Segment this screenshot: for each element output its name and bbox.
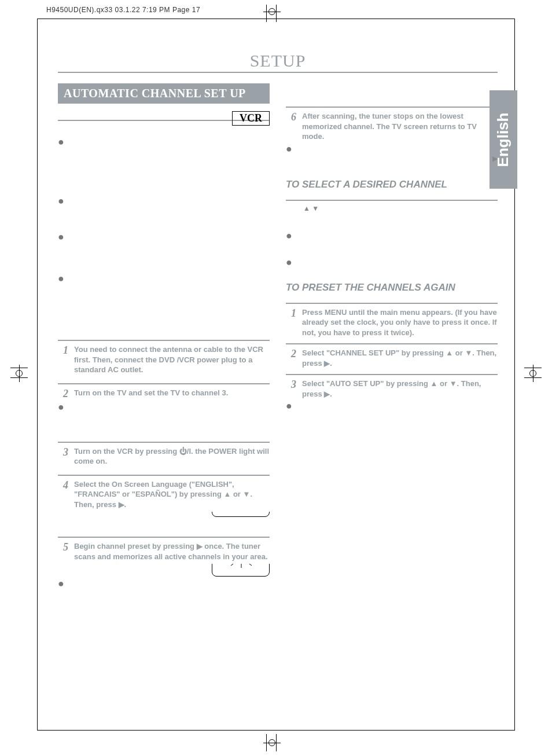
step-number: 2 [58, 388, 68, 400]
vcr-box: VCR [232, 111, 270, 126]
subheading-select-channel: TO SELECT A DESIRED CHANNEL [286, 179, 498, 190]
step-number: 3 [58, 446, 68, 467]
step-number: 6 [286, 111, 296, 142]
right-column: 6 After scanning, the tuner stops on the… [286, 83, 498, 587]
step-number: 4 [58, 479, 68, 510]
language-menu-box: LANGUAGE SELECT ▶ENGLISH[ON] FRANCAIS ES… [58, 512, 270, 517]
play-arrow-icon: ▶ [286, 155, 498, 163]
step-number: 5 [58, 541, 68, 562]
svg-line-4 [231, 564, 235, 566]
step-body: Select "AUTO SET UP" by pressing ▲ or ▼.… [302, 379, 498, 399]
crop-mark-right [524, 368, 542, 378]
step-body: Select "CHANNEL SET UP" by pressing ▲ or… [302, 348, 498, 368]
print-header: H9450UD(EN).qx33 03.1.22 7:19 PM Page 17 [46, 6, 200, 14]
bullet-dot: ● [58, 275, 64, 282]
sub-bullet: ● [286, 145, 498, 152]
step-number: 3 [286, 379, 296, 399]
sub-bullet: ● [286, 259, 498, 266]
step-1: 1 You need to connect the antenna or cab… [58, 344, 270, 375]
step-number: 2 [286, 348, 296, 368]
rule [286, 200, 498, 201]
crop-mark-left [10, 368, 28, 378]
rule [58, 475, 270, 476]
step-body: Select the On Screen Language ("ENGLISH"… [74, 479, 270, 510]
page-title: SETUP [58, 51, 498, 73]
step-body: Press MENU until the main menu appears. … [302, 307, 498, 338]
subheading-preset-again: TO PRESET THE CHANNELS AGAIN [286, 282, 498, 293]
rule [58, 340, 270, 341]
step-3: 3 Turn on the VCR by pressing ⏻/I. the P… [58, 446, 270, 467]
svg-line-5 [247, 564, 252, 566]
step-number: 1 [286, 307, 296, 338]
rule [286, 374, 498, 375]
step-6: 6 After scanning, the tuner stops on the… [286, 111, 498, 142]
sub-bullet: ● [58, 580, 270, 587]
rule [286, 343, 498, 344]
rule [286, 107, 498, 108]
bullet-dot: ● [58, 138, 64, 145]
section-banner: AUTOMATIC CHANNEL SET UP [58, 83, 270, 104]
preset-step-3: 3 Select "AUTO SET UP" by pressing ▲ or … [286, 379, 498, 399]
rule [286, 303, 498, 304]
bullet-list-left: ● ● ● ● [58, 138, 270, 282]
step-5: 5 Begin channel preset by pressing ▶ onc… [58, 541, 270, 562]
bullet-dot: ● [58, 197, 64, 204]
step-2: 2 Turn on the TV and set the TV to chann… [58, 388, 270, 400]
up-down-arrows: ▲ ▼ [286, 204, 498, 212]
scan-animation-icon [227, 564, 255, 568]
sub-bullet: ● [286, 232, 498, 239]
sub-bullet: ● [286, 402, 498, 409]
step-body: Turn on the TV and set the TV to channel… [74, 388, 270, 400]
step-body: Turn on the VCR by pressing ⏻/I. the POW… [74, 446, 270, 467]
page-content: SETUP English AUTOMATIC CHANNEL SET UP V… [58, 51, 498, 587]
rule [58, 537, 270, 538]
left-column: AUTOMATIC CHANNEL SET UP VCR ● ● ● ● 1 Y… [58, 83, 270, 587]
preset-step-2: 2 Select "CHANNEL SET UP" by pressing ▲ … [286, 348, 498, 368]
rule [58, 383, 270, 384]
crop-mark-bottom [266, 734, 277, 751]
sub-bullet: ● [58, 403, 270, 410]
preset-step-1: 1 Press MENU until the main menu appears… [286, 307, 498, 338]
bullet-dot: ● [58, 233, 64, 240]
auto-setup-box: CH 01 —AUTO SET UP— [212, 564, 270, 577]
step-body: After scanning, the tuner stops on the l… [302, 111, 498, 142]
step-body: You need to connect the antenna or cable… [74, 344, 270, 375]
step-body: Begin channel preset by pressing ▶ once.… [74, 541, 270, 562]
step-number: 1 [58, 344, 68, 375]
rule [58, 442, 270, 443]
step-4: 4 Select the On Screen Language ("ENGLIS… [58, 479, 270, 510]
